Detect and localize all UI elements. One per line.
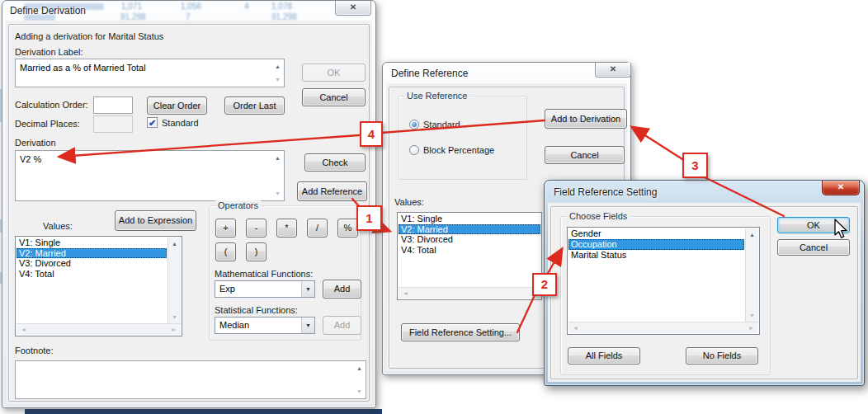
math-add-button[interactable]: Add	[323, 280, 361, 299]
list-item[interactable]: V4: Total	[399, 245, 540, 256]
values-listbox[interactable]: V1: Single V2: Married V3: Divorced V4: …	[15, 236, 182, 336]
choose-fields-caption: Choose Fields	[567, 211, 630, 221]
cancel-button[interactable]: Cancel	[302, 88, 366, 106]
field-reference-setting-button[interactable]: Field Reference Setting...	[401, 323, 520, 341]
values-caption: Values:	[394, 197, 424, 207]
add-to-derivation-button[interactable]: Add to Derivation	[545, 109, 627, 129]
scroll-down-icon[interactable]: ▼	[356, 388, 362, 394]
block-percentage-radio[interactable]	[409, 145, 419, 155]
scroll-down-icon[interactable]: ▼	[749, 313, 755, 318]
vertical-scrollbar[interactable]: ▲ ▼	[745, 228, 758, 322]
step-1-badge: 1	[356, 205, 382, 231]
math-functions-caption: Mathematical Functions:	[215, 269, 313, 279]
radio-selected-dot	[412, 122, 417, 127]
decimal-places-input[interactable]	[93, 115, 133, 133]
operator-divide-button[interactable]: /	[307, 219, 328, 238]
operators-caption: Operators	[215, 200, 261, 210]
scroll-left-icon[interactable]: ◄	[403, 290, 408, 296]
intro-text: Adding a derivation for Marital Status	[15, 31, 163, 41]
annotation-arrow-3	[632, 127, 682, 159]
footnote-caption: Footnote:	[15, 346, 53, 355]
stat-add-button[interactable]: Add	[323, 316, 361, 335]
values-listbox[interactable]: V1: Single V2: Married V3: Divorced V4: …	[397, 212, 542, 300]
horizontal-scrollbar[interactable]: ◄ ►	[17, 323, 181, 335]
add-to-expression-button[interactable]: Add to Expression	[115, 210, 196, 231]
list-item-selected[interactable]: V2: Married	[399, 224, 540, 235]
dropdown-arrow-icon[interactable]: ▼	[301, 281, 314, 297]
math-functions-dropdown[interactable]: Exp ▼	[215, 280, 315, 298]
scroll-up-icon[interactable]: ▲	[275, 64, 281, 69]
list-item[interactable]: Marital Status	[568, 250, 744, 261]
add-reference-button[interactable]: Add Reference	[297, 181, 367, 201]
ok-button[interactable]: OK	[777, 217, 850, 233]
list-item-selected[interactable]: V2: Married	[17, 248, 167, 259]
order-last-button[interactable]: Order Last	[224, 96, 285, 115]
standard-radio[interactable]	[409, 120, 419, 129]
list-item[interactable]: V1: Single	[399, 214, 540, 224]
scroll-up-icon[interactable]: ▲	[356, 365, 362, 371]
cancel-button[interactable]: Cancel	[545, 146, 625, 164]
dialog-body: Adding a derivation for Marital Status D…	[6, 21, 372, 404]
standard-checkbox-label: Standard	[162, 118, 199, 128]
operator-percent-button[interactable]: %	[337, 219, 358, 238]
define-derivation-dialog: 1,071 1,056 4 1,078 91,298 7 91,298 Defi…	[2, 0, 376, 408]
window-title: Define Derivation	[10, 5, 86, 16]
use-reference-caption: Use Reference	[404, 91, 469, 101]
operator-minus-button[interactable]: -	[246, 219, 267, 238]
standard-checkbox[interactable]: ✔	[147, 117, 158, 128]
dialog-body: Choose Fields Gender Occupation Marital …	[548, 203, 861, 382]
check-button[interactable]: Check	[304, 153, 366, 172]
derivation-caption: Derivation	[15, 138, 56, 148]
operator-multiply-button[interactable]: *	[276, 219, 297, 238]
list-item[interactable]: Gender	[568, 228, 744, 239]
list-item[interactable]: V3: Divorced	[17, 258, 167, 269]
list-item[interactable]: V4: Total	[17, 269, 167, 280]
field-reference-setting-dialog: Field Reference Setting ✕ Choose Fields …	[544, 180, 865, 386]
operator-open-paren-button[interactable]: (	[215, 242, 236, 261]
scroll-up-icon[interactable]: ▲	[172, 241, 177, 247]
no-fields-button[interactable]: No Fields	[686, 347, 758, 365]
scroll-up-icon[interactable]: ▲	[749, 232, 755, 238]
list-item[interactable]: V3: Divorced	[399, 234, 540, 245]
derivation-field[interactable]: V2 % ▲ ▼	[15, 150, 285, 201]
list-item[interactable]: V1: Single	[17, 238, 167, 248]
vertical-scrollbar[interactable]: ▲ ▼	[167, 238, 181, 323]
calculation-order-input[interactable]	[93, 96, 133, 114]
horizontal-scrollbar[interactable]: ◄	[399, 287, 540, 299]
background-table-fragment: 1,056	[181, 2, 201, 11]
scroll-down-icon[interactable]: ▼	[275, 77, 281, 82]
step-2-badge: 2	[532, 273, 557, 296]
close-button[interactable]: ✕	[595, 63, 631, 78]
dropdown-arrow-icon[interactable]: ▼	[301, 318, 314, 333]
ok-button[interactable]: OK	[302, 64, 366, 82]
window-title: Define Reference	[391, 68, 468, 79]
stat-functions-dropdown[interactable]: Median ▼	[215, 317, 315, 334]
background-table-fragment: 4	[244, 2, 249, 11]
footnote-field[interactable]: ▲ ▼	[15, 360, 366, 399]
scroll-down-icon[interactable]: ▼	[275, 191, 281, 196]
operator-plus-button[interactable]: +	[215, 219, 236, 238]
derivation-value: V2 %	[20, 154, 41, 164]
clear-order-button[interactable]: Clear Order	[147, 96, 207, 115]
close-button[interactable]: ✕	[335, 1, 371, 16]
background-table-fragment: 1,071	[121, 2, 142, 11]
scroll-left-icon[interactable]: ◄	[21, 327, 26, 332]
cancel-button[interactable]: Cancel	[777, 239, 850, 256]
scroll-down-icon[interactable]: ▼	[172, 314, 177, 320]
scroll-right-icon[interactable]: ►	[171, 327, 177, 332]
close-button[interactable]: ✕	[822, 181, 860, 195]
window-title: Field Reference Setting	[554, 186, 657, 198]
fields-listbox[interactable]: Gender Occupation Marital Status ▲ ▼ ◄ ►	[567, 227, 760, 335]
operator-close-paren-button[interactable]: )	[246, 242, 267, 261]
standard-radio-label: Standard	[423, 120, 460, 129]
list-item-selected[interactable]: Occupation	[568, 239, 744, 250]
scroll-left-icon[interactable]: ◄	[573, 325, 578, 331]
scroll-up-icon[interactable]: ▲	[275, 155, 281, 161]
all-fields-button[interactable]: All Fields	[568, 347, 640, 365]
close-icon: ✕	[610, 64, 616, 73]
derivation-label-field[interactable]: Married as a % of Married Total ▲ ▼	[15, 59, 285, 87]
close-icon: ✕	[837, 182, 844, 191]
scroll-right-icon[interactable]: ►	[748, 325, 754, 331]
horizontal-scrollbar[interactable]: ◄ ►	[568, 322, 758, 333]
math-function-selected: Exp	[219, 284, 235, 294]
